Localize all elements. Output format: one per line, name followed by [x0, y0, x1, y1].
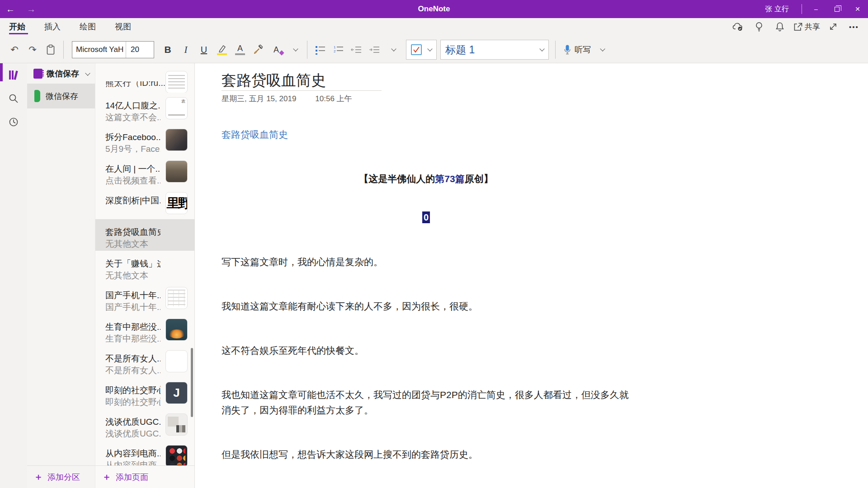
selected-character[interactable]: 0 [422, 211, 430, 223]
style-selector[interactable]: 标题 1 [440, 40, 549, 60]
page-list-item[interactable]: 生育中那些没... 生育中那些没... [95, 314, 195, 346]
search-button[interactable] [0, 87, 27, 110]
notifications-button[interactable] [772, 19, 788, 34]
page-list-item[interactable]: 深度剖析|中国... 里野 [95, 188, 195, 219]
underline-button[interactable]: U [195, 40, 213, 60]
close-button[interactable]: ✕ [847, 0, 868, 18]
redo-button[interactable]: ↷ [24, 40, 42, 60]
toolbar-divider [63, 41, 64, 59]
page-thumbnail: 里野 [165, 192, 188, 214]
tab-draw[interactable]: 绘图 [80, 18, 104, 35]
page-list-item[interactable]: 从内容到电商... 从内容到电商... [95, 441, 195, 465]
page-list-item[interactable]: 不是所有女人... 不是所有女人... [95, 346, 195, 377]
selected-text-row: 0 [222, 211, 631, 225]
notebooks-button[interactable] [0, 63, 27, 87]
plus-icon: ＋ [102, 471, 111, 483]
recent-notes-button[interactable] [0, 110, 27, 134]
share-button[interactable]: 共享 [793, 22, 820, 32]
page-thumbnail [165, 71, 188, 93]
todo-tag-button[interactable] [406, 40, 437, 60]
page-list-item[interactable]: 熊太行（ID:ru... [95, 63, 195, 93]
lists-more-button[interactable] [383, 40, 401, 60]
clipboard-icon [46, 44, 55, 55]
indent-icon [368, 45, 380, 54]
ribbon: 开始 插入 绘图 视图 [0, 18, 868, 63]
add-page-label: 添加页面 [116, 472, 148, 483]
font-family-select[interactable]: Microsoft YaH [72, 42, 126, 58]
share-label: 共享 [805, 22, 820, 32]
lightbulb-icon [755, 22, 763, 32]
page-list-item[interactable]: 在人间 | 一个... 点击视频查看... [95, 156, 195, 188]
forward-icon: → [27, 4, 36, 14]
highlighter-icon [217, 44, 227, 55]
page-list-item[interactable]: 拆分Faceboo... 5月9号，Face... [95, 124, 195, 156]
page-list-item[interactable]: 浅谈优质UGC... 浅谈优质UGC... [95, 409, 195, 441]
page-list-item[interactable]: 关于「赚钱」这件事的... 无其他文本 [95, 251, 195, 282]
pages-scrollbar[interactable] [191, 348, 193, 417]
section-tab-icon [34, 90, 40, 102]
minimize-button[interactable]: – [806, 0, 826, 18]
clear-formatting-icon: A [274, 45, 279, 55]
back-button[interactable]: ← [0, 0, 21, 18]
chevron-down-icon [600, 46, 605, 51]
tab-view[interactable]: 视图 [115, 18, 139, 35]
bell-icon [775, 22, 784, 32]
bold-button[interactable]: B [159, 40, 177, 60]
titlebar-divider [802, 4, 802, 14]
font-color-icon: A [235, 44, 245, 55]
page-list-item[interactable]: 即刻的社交野心 即刻的社交野心 J [95, 377, 195, 409]
format-painter-button[interactable] [249, 40, 267, 60]
undo-button[interactable]: ↶ [5, 40, 24, 60]
tab-home[interactable]: 开始 [9, 18, 33, 35]
indent-button[interactable] [365, 40, 383, 60]
page-time: 10:56 上午 [315, 94, 352, 104]
forward-button[interactable]: → [21, 0, 42, 18]
chevron-down-icon [427, 46, 432, 51]
page-thumbnail [165, 129, 188, 151]
sections-panel: 微信保存 微信保存 ＋ 添加分区 [27, 63, 95, 488]
outdent-button[interactable] [347, 40, 365, 60]
formatting-more-button[interactable] [285, 40, 303, 60]
rail-selection-indicator [0, 63, 3, 81]
font-size-select[interactable]: 20 [126, 42, 154, 58]
paragraph[interactable]: 写下这篇文章时，我的心情是复杂的。 [222, 254, 631, 270]
insights-button[interactable] [751, 19, 767, 34]
fullscreen-button[interactable] [826, 19, 841, 34]
paste-button[interactable] [42, 40, 60, 60]
format-painter-icon [253, 44, 264, 55]
dictate-button[interactable]: 听写 [564, 44, 604, 55]
page-canvas[interactable]: 套路贷吸血简史 星期三, 五月 15, 2019 10:56 上午 套路贷吸血简… [195, 63, 868, 488]
page-date-row: 星期三, 五月 15, 2019 10:56 上午 [222, 94, 631, 104]
titlebar: ← → OneNote 张 立行 – ✕ [0, 0, 868, 18]
numbered-list-button[interactable]: 12 [329, 40, 347, 60]
page-thumbnail [165, 445, 188, 465]
restore-button[interactable] [826, 0, 847, 18]
undo-icon: ↶ [10, 44, 19, 55]
svg-text:2: 2 [334, 49, 336, 53]
italic-button[interactable]: I [177, 40, 195, 60]
add-section-button[interactable]: ＋ 添加分区 [27, 465, 95, 488]
paragraph[interactable]: 我也知道这篇文章可能也活不太久，我写过的团贷与P2P的消亡简史，很多人都看过，但… [222, 387, 631, 418]
page-title[interactable]: 套路贷吸血简史 [222, 71, 382, 91]
user-name[interactable]: 张 立行 [765, 5, 789, 14]
paragraph[interactable]: 但是我依旧想写，想告诉大家这段网上搜不到的套路贷历史。 [222, 447, 631, 462]
notebook-switcher[interactable]: 微信保存 [27, 63, 95, 84]
font-color-button[interactable]: A [231, 40, 249, 60]
article-link[interactable]: 套路贷吸血简史 [222, 128, 288, 141]
paragraph[interactable]: 我知道这篇文章能有耐心读下来的人不多，因为很长，很硬。 [222, 299, 631, 314]
more-options-button[interactable]: ••• [846, 19, 862, 34]
clear-formatting-button[interactable]: A [267, 40, 285, 60]
paragraph[interactable]: 这不符合娱乐至死年代的快餐文。 [222, 343, 631, 358]
section-item[interactable]: 微信保存 [27, 84, 95, 108]
sync-status-button[interactable] [731, 19, 746, 34]
page-list-item[interactable]: 14亿人口腹之... 这篇文章不会... 农 [95, 93, 195, 124]
page-list-item-selected[interactable]: 套路贷吸血简史 无其他文本 [95, 219, 195, 251]
add-page-button[interactable]: ＋ 添加页面 [95, 465, 194, 488]
close-icon: ✕ [855, 5, 860, 13]
highlight-button[interactable] [213, 40, 231, 60]
page-thumbnail [165, 287, 188, 309]
page-list-item[interactable]: 国产手机十年... 国产手机十年... [95, 282, 195, 314]
navigation-rail [0, 63, 27, 488]
bullet-list-button[interactable] [311, 40, 329, 60]
tab-insert[interactable]: 插入 [44, 18, 69, 35]
